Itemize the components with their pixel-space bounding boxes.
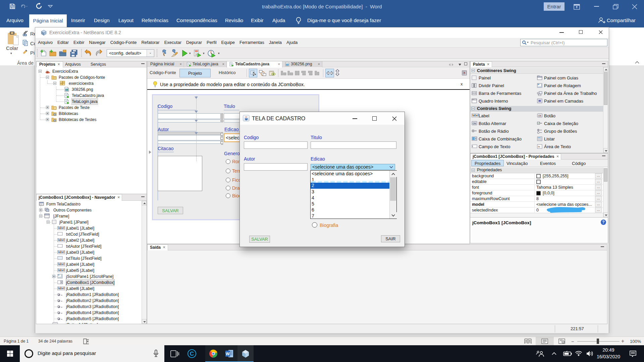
svg-text:OK: OK bbox=[54, 323, 57, 324]
svg-text:tx: tx bbox=[538, 145, 540, 148]
svg-text:ON: ON bbox=[473, 122, 476, 125]
svg-text:OK: OK bbox=[538, 115, 542, 117]
svg-text:W: W bbox=[226, 351, 230, 356]
